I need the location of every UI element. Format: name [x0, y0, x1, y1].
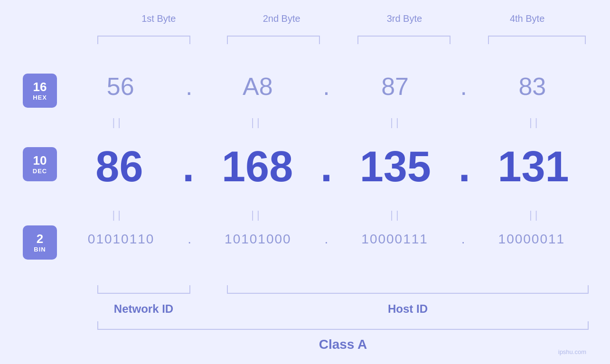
eq-1-1: || [70, 116, 165, 129]
bin-dot-3: . [461, 232, 465, 247]
class-bracket-vline-left [97, 321, 98, 330]
badge-bin: 2 BIN [23, 225, 57, 260]
eq-1-4: || [488, 116, 582, 129]
dec-dot-3: . [459, 142, 470, 191]
bracket-host-vline-left [227, 285, 228, 294]
bracket-top-3 [357, 36, 450, 37]
bin-val-3: 10000111 [347, 232, 442, 247]
col-header-3: 3rd Byte [345, 13, 464, 24]
main-container: 1st Byte 2nd Byte 3rd Byte 4th Byte 16 H… [0, 0, 610, 364]
bracket-vline-4b [585, 36, 586, 44]
eq-2-1: || [70, 209, 165, 221]
bracket-vline-2a [227, 36, 228, 44]
eq-1-3: || [348, 116, 443, 129]
hex-dot-2: . [323, 72, 329, 101]
bin-dot-1: . [188, 232, 191, 247]
dec-row: 86 . 168 . 135 . 131 [64, 142, 589, 191]
bracket-top-2 [227, 36, 319, 37]
hex-val-3: 87 [347, 72, 442, 101]
host-id-label: Host ID [227, 302, 589, 316]
eq-2-4: || [488, 209, 582, 221]
hex-val-4: 83 [485, 72, 580, 101]
network-id-label: Network ID [97, 302, 190, 316]
bin-val-2: 10101000 [210, 232, 305, 247]
bracket-host-bottom [227, 293, 589, 294]
bracket-vline-2b [319, 36, 320, 44]
column-headers: 1st Byte 2nd Byte 3rd Byte 4th Byte [97, 13, 589, 24]
col-header-4: 4th Byte [468, 13, 587, 24]
bracket-network-vline-left [97, 285, 98, 294]
col-header-1: 1st Byte [99, 13, 218, 24]
badge-dec-label: DEC [33, 168, 47, 175]
bracket-vline-1a [97, 36, 98, 44]
hex-val-1: 56 [73, 72, 168, 101]
bracket-host-vline-right [588, 285, 589, 294]
bracket-top-4 [488, 36, 585, 37]
badge-bin-num: 2 [37, 232, 43, 246]
bin-val-1: 01010110 [74, 232, 169, 247]
equals-row-2: || || || || [64, 209, 589, 221]
hex-val-2: A8 [210, 72, 305, 101]
watermark: ipshu.com [558, 348, 586, 355]
bracket-top-1 [97, 36, 190, 37]
hex-dot-1: . [186, 72, 192, 101]
dec-dot-2: . [320, 142, 332, 191]
hex-row: 56 . A8 . 87 . 83 [64, 72, 589, 101]
bracket-network-bottom [97, 293, 190, 294]
class-bracket-vline-right [588, 321, 589, 330]
eq-2-3: || [348, 209, 443, 221]
col-header-2: 2nd Byte [222, 13, 341, 24]
bin-dot-2: . [325, 232, 328, 247]
badge-hex: 16 HEX [23, 74, 57, 108]
badge-dec-num: 10 [33, 154, 47, 168]
bracket-vline-3a [357, 36, 358, 44]
bin-val-4: 10000011 [484, 232, 579, 247]
eq-1-2: || [209, 116, 304, 129]
hex-dot-3: . [460, 72, 467, 101]
badge-hex-num: 16 [33, 80, 47, 94]
class-bracket-line [97, 329, 589, 330]
dec-val-3: 135 [348, 142, 443, 191]
dec-val-4: 131 [486, 142, 581, 191]
bracket-vline-4a [488, 36, 489, 44]
dec-val-2: 168 [210, 142, 305, 191]
badge-dec: 10 DEC [23, 147, 57, 181]
dec-dot-1: . [182, 142, 194, 191]
bracket-vline-3b [450, 36, 450, 44]
eq-2-2: || [209, 209, 304, 221]
bracket-vline-1b [189, 36, 190, 44]
badge-bin-label: BIN [34, 246, 46, 253]
bin-row: 01010110 . 10101000 . 10000111 . 1000001… [64, 232, 589, 247]
badge-hex-label: HEX [33, 94, 47, 101]
equals-row-1: || || || || [64, 116, 589, 129]
dec-val-1: 86 [72, 142, 167, 191]
bracket-network-vline-right [189, 285, 190, 294]
class-label: Class A [97, 337, 589, 352]
